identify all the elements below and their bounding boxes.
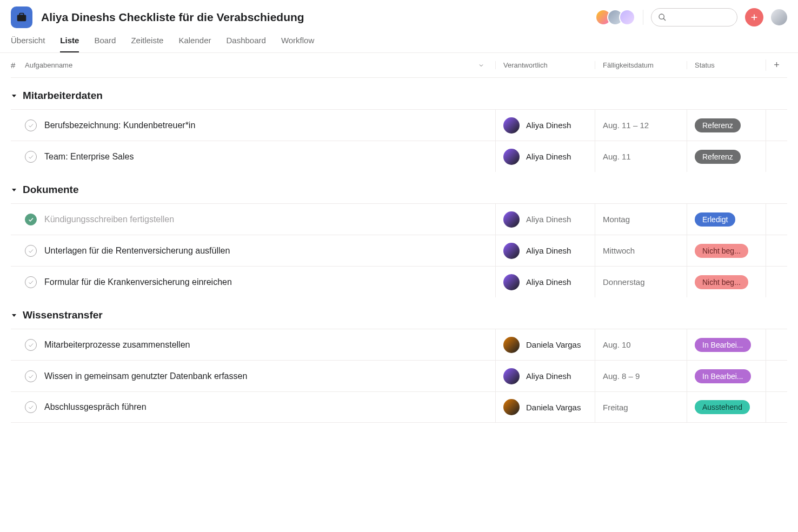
complete-checkbox[interactable]	[25, 401, 37, 413]
complete-checkbox[interactable]	[25, 339, 37, 351]
task-assignee[interactable]: Aliya Dinesh	[495, 361, 595, 391]
task-status[interactable]: Ausstehend	[687, 392, 766, 422]
task-name[interactable]: Wissen in gemeinsam genutzter Datenbank …	[44, 371, 247, 381]
task-due-date[interactable]: Aug. 11 – 12	[595, 110, 687, 141]
svg-marker-7	[12, 189, 16, 191]
task-status[interactable]: In Bearbei...	[687, 361, 766, 391]
complete-checkbox[interactable]	[25, 276, 37, 288]
assignee-avatar	[503, 117, 520, 134]
section-header[interactable]: Dokumente	[11, 172, 787, 203]
task-name[interactable]: Unterlagen für die Rentenversicherung au…	[44, 246, 230, 256]
task-name[interactable]: Mitarbeiterprozesse zusammenstellen	[44, 340, 190, 350]
assignee-avatar	[503, 274, 520, 290]
task-assignee[interactable]: Aliya Dinesh	[495, 110, 595, 141]
header-right	[600, 8, 787, 26]
task-status[interactable]: Erledigt	[687, 204, 766, 235]
task-row[interactable]: Team: Enterprise Sales Aliya Dinesh Aug.…	[11, 141, 787, 172]
tab-dashboard[interactable]: Dashboard	[226, 36, 265, 52]
assignee-avatar	[503, 149, 520, 165]
section-header[interactable]: Wissenstransfer	[11, 297, 787, 329]
chevron-down-icon[interactable]	[478, 62, 484, 69]
tab-übersicht[interactable]: Übersicht	[11, 36, 45, 52]
task-name[interactable]: Abschlussgespräch führen	[44, 402, 147, 412]
task-row[interactable]: Mitarbeiterprozesse zusammenstellen Dani…	[11, 329, 787, 360]
task-assignee[interactable]: Aliya Dinesh	[495, 141, 595, 172]
tab-liste[interactable]: Liste	[60, 36, 79, 52]
task-row[interactable]: Wissen in gemeinsam genutzter Datenbank …	[11, 360, 787, 391]
table: # Aufgabenname Verantwortlich Fälligkeit…	[0, 53, 798, 423]
search-box[interactable]	[651, 8, 737, 26]
task-status[interactable]: Referenz	[687, 141, 766, 172]
complete-checkbox[interactable]	[25, 245, 37, 257]
task-assignee[interactable]: Aliya Dinesh	[495, 267, 595, 297]
header: Aliya Dineshs Checkliste für die Verabsc…	[0, 0, 798, 28]
column-status[interactable]: Status	[687, 61, 766, 69]
task-row[interactable]: Berufsbezeichnung: Kundenbetreuer*in Ali…	[11, 109, 787, 141]
tab-zeitleiste[interactable]: Zeitleiste	[131, 36, 163, 52]
task-status[interactable]: Nicht beg...	[687, 235, 766, 266]
divider	[643, 10, 643, 25]
search-input[interactable]	[670, 13, 730, 22]
member-avatar-3[interactable]	[619, 9, 635, 25]
column-name-label: Aufgabenname	[25, 61, 72, 69]
task-due-date[interactable]: Montag	[595, 204, 687, 235]
status-pill: In Bearbei...	[695, 369, 751, 383]
task-status[interactable]: Nicht beg...	[687, 267, 766, 297]
add-column-button[interactable]: +	[766, 59, 787, 71]
column-header-row: # Aufgabenname Verantwortlich Fälligkeit…	[11, 53, 787, 78]
section-header[interactable]: Mitarbeiterdaten	[11, 78, 787, 109]
user-avatar[interactable]	[771, 9, 787, 25]
search-icon	[658, 13, 667, 22]
svg-rect-1	[19, 14, 23, 16]
complete-checkbox[interactable]	[25, 370, 37, 382]
task-name[interactable]: Berufsbezeichnung: Kundenbetreuer*in	[44, 121, 195, 130]
task-due-date[interactable]: Aug. 11	[595, 141, 687, 172]
column-assignee[interactable]: Verantwortlich	[495, 61, 595, 69]
avatar-stack[interactable]	[600, 9, 635, 25]
complete-checkbox[interactable]	[25, 119, 37, 131]
task-name[interactable]: Kündigungsschreiben fertigstellen	[44, 215, 174, 224]
task-row[interactable]: Abschlussgespräch führen Daniela Vargas …	[11, 391, 787, 423]
task-assignee[interactable]: Daniela Vargas	[495, 392, 595, 422]
column-due[interactable]: Fälligkeitsdatum	[595, 61, 687, 69]
assignee-name: Aliya Dinesh	[526, 215, 571, 224]
column-name[interactable]: Aufgabenname	[25, 61, 495, 69]
task-due-date[interactable]: Donnerstag	[595, 267, 687, 297]
task-due-date[interactable]: Aug. 8 – 9	[595, 361, 687, 391]
task-row[interactable]: Formular für die Krankenversicherung ein…	[11, 266, 787, 297]
task-status[interactable]: In Bearbei...	[687, 329, 766, 360]
caret-down-icon	[11, 92, 17, 99]
task-due-date[interactable]: Freitag	[595, 392, 687, 422]
complete-checkbox[interactable]	[25, 214, 37, 225]
status-pill: Nicht beg...	[695, 275, 748, 289]
task-assignee[interactable]: Aliya Dinesh	[495, 235, 595, 266]
assignee-name: Aliya Dinesh	[526, 152, 571, 161]
task-assignee[interactable]: Aliya Dinesh	[495, 204, 595, 235]
add-button[interactable]	[745, 8, 763, 26]
plus-icon	[750, 13, 759, 22]
row-extra-cell	[766, 392, 787, 422]
assignee-avatar	[503, 337, 520, 353]
svg-marker-8	[12, 314, 16, 317]
task-assignee[interactable]: Daniela Vargas	[495, 329, 595, 360]
task-status[interactable]: Referenz	[687, 110, 766, 141]
task-row[interactable]: Kündigungsschreiben fertigstellen Aliya …	[11, 203, 787, 235]
tab-kalender[interactable]: Kalender	[178, 36, 211, 52]
row-extra-cell	[766, 110, 787, 141]
column-number: #	[11, 61, 25, 70]
task-row[interactable]: Unterlagen für die Rentenversicherung au…	[11, 235, 787, 266]
tab-board[interactable]: Board	[94, 36, 116, 52]
complete-checkbox[interactable]	[25, 151, 37, 163]
task-due-date[interactable]: Aug. 10	[595, 329, 687, 360]
row-extra-cell	[766, 329, 787, 360]
section-title: Mitarbeiterdaten	[23, 90, 103, 102]
project-title[interactable]: Aliya Dineshs Checkliste für die Verabsc…	[41, 11, 591, 24]
task-name[interactable]: Formular für die Krankenversicherung ein…	[44, 277, 232, 287]
section-title: Wissenstransfer	[23, 309, 103, 321]
tab-workflow[interactable]: Workflow	[281, 36, 314, 52]
task-due-date[interactable]: Mittwoch	[595, 235, 687, 266]
row-extra-cell	[766, 141, 787, 172]
status-pill: Nicht beg...	[695, 244, 748, 258]
task-name[interactable]: Team: Enterprise Sales	[44, 152, 134, 162]
row-extra-cell	[766, 267, 787, 297]
